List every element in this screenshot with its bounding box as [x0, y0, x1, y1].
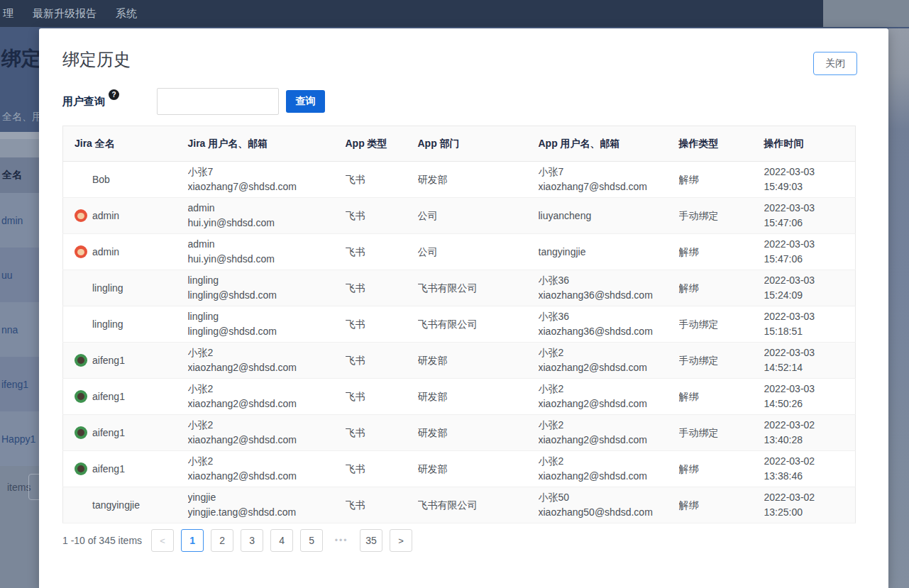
cell-op-time-text: 2022-03-02	[764, 454, 844, 469]
cell-app-user-text: xiaozhang7@shdsd.com	[539, 179, 656, 194]
cell-jira-user-text: lingling	[188, 273, 323, 288]
page-button-5[interactable]: 5	[300, 529, 323, 552]
user-avatar-icon	[75, 426, 87, 439]
jira-fullname-text: aifeng1	[92, 389, 125, 404]
cell-op-type: 解绑	[668, 379, 753, 415]
cell-jira-fullname: aifeng1	[63, 343, 177, 379]
cell-op-time-text: 15:47:06	[764, 252, 844, 267]
cell-op-type: 手动绑定	[668, 343, 753, 379]
cell-app-user: liuyancheng	[527, 198, 668, 234]
top-nav-item[interactable]: 最新升级报告	[33, 7, 97, 21]
cell-jira-fullname: Bob	[63, 162, 177, 198]
cell-app-user: 小张2xiaozhang2@shdsd.com	[527, 379, 668, 415]
cell-op-time-text: 13:40:28	[764, 433, 844, 448]
background-column-header-label: 全名	[0, 169, 22, 182]
cell-app-type-text: 飞书	[346, 353, 395, 368]
cell-jira-user: yingjieyingjie.tang@shdsd.com	[177, 487, 334, 523]
table-row: linglinglinglinglingling@shdsd.com飞书飞书有限…	[63, 270, 856, 306]
background-user-link[interactable]: ifeng1	[0, 379, 28, 390]
background-search-placeholder: 全名、用	[2, 111, 42, 123]
close-button[interactable]: 关闭	[813, 52, 857, 75]
cell-op-type-text: 手动绑定	[679, 426, 742, 440]
prev-page-button[interactable]: <	[151, 529, 174, 552]
top-nav-item[interactable]: 系统	[116, 7, 137, 21]
cell-app-type: 飞书	[334, 270, 407, 306]
cell-app-type: 飞书	[334, 198, 407, 234]
cell-op-type-text: 解绑	[679, 389, 742, 404]
cell-op-time: 2022-03-0315:47:06	[753, 234, 856, 270]
cell-jira-user: linglinglingling@shdsd.com	[177, 306, 334, 343]
cell-app-user-text: xiaozhang36@shdsd.com	[539, 324, 656, 339]
cell-jira-user-text: 小张7	[188, 165, 323, 179]
cell-app-type: 飞书	[334, 234, 407, 270]
cell-app-type-text: 飞书	[346, 317, 395, 332]
cell-jira-user-text: 小张2	[188, 454, 323, 469]
pagination-summary: 1 -10 of 345 items	[62, 535, 142, 546]
cell-app-type-text: 飞书	[346, 498, 395, 513]
user-avatar-icon	[75, 354, 87, 367]
cell-jira-user-text: xiaozhang2@shdsd.com	[188, 469, 323, 484]
cell-jira-user: 小张7xiaozhang7@shdsd.com	[177, 162, 334, 198]
top-nav-item[interactable]: 理	[3, 7, 13, 21]
page-button-2[interactable]: 2	[211, 529, 233, 552]
cell-op-time: 2022-03-0213:40:28	[753, 415, 856, 451]
background-user-link[interactable]: nna	[0, 324, 18, 335]
top-nav-bar: 理最新升级报告系统	[0, 0, 909, 27]
page-button-4[interactable]: 4	[270, 529, 293, 552]
table-row: linglinglinglinglingling@shdsd.com飞书飞书有限…	[63, 306, 856, 343]
cell-app-user-text: tangyingjie	[539, 245, 656, 260]
cell-op-time-text: 2022-03-03	[764, 309, 844, 324]
background-user-link[interactable]: Happy1	[0, 433, 35, 445]
cell-op-type: 手动绑定	[668, 306, 753, 343]
cell-jira-user: 小张2xiaozhang2@shdsd.com	[177, 415, 334, 451]
column-header: 操作时间	[753, 126, 856, 162]
page-button-3[interactable]: 3	[241, 529, 263, 552]
cell-jira-user: 小张2xiaozhang2@shdsd.com	[177, 343, 334, 379]
help-icon[interactable]: ?	[109, 89, 119, 100]
cell-app-dept-text: 飞书有限公司	[418, 281, 516, 296]
user-avatar-icon	[75, 462, 87, 475]
cell-op-type-text: 解绑	[679, 172, 742, 187]
cell-app-dept: 研发部	[407, 343, 527, 379]
background-user-link[interactable]: dmin	[0, 215, 23, 226]
table-row: Bob小张7xiaozhang7@shdsd.com飞书研发部小张7xiaozh…	[63, 162, 856, 198]
cell-jira-user-text: yingjie	[188, 490, 323, 505]
cell-app-user: tangyingjie	[527, 234, 668, 270]
cell-app-dept-text: 飞书有限公司	[418, 317, 516, 332]
cell-op-type: 解绑	[668, 162, 753, 198]
table-row: tangyingjieyingjieyingjie.tang@shdsd.com…	[63, 487, 856, 523]
history-table-wrap: Jira 全名Jira 用户名、邮箱App 类型App 部门App 用户名、邮箱…	[62, 126, 855, 523]
cell-app-dept-text: 研发部	[418, 389, 516, 404]
cell-op-type-text: 解绑	[679, 462, 742, 477]
cell-jira-user-text: xiaozhang2@shdsd.com	[188, 433, 323, 448]
pagination: 1 -10 of 345 items <12345•••35>	[62, 529, 419, 552]
cell-app-type-text: 飞书	[346, 426, 395, 440]
cell-op-time: 2022-03-0315:49:03	[753, 162, 856, 198]
cell-op-time: 2022-03-0314:50:26	[753, 379, 856, 415]
user-avatar-icon	[75, 390, 87, 403]
page-button-1[interactable]: 1	[181, 529, 204, 552]
jira-fullname-text: admin	[92, 209, 119, 223]
cell-app-user-text: 小张36	[539, 273, 656, 288]
search-button[interactable]: 查询	[286, 90, 325, 113]
cell-jira-fullname: aifeng1	[63, 379, 177, 415]
ellipsis-pages-button[interactable]: •••	[330, 529, 353, 552]
cell-app-type: 飞书	[334, 379, 407, 415]
user-search-input[interactable]	[157, 88, 279, 115]
page-button-35[interactable]: 35	[360, 529, 382, 552]
cell-op-type-text: 解绑	[679, 245, 742, 260]
cell-app-dept: 飞书有限公司	[407, 487, 527, 523]
cell-op-time-text: 15:49:03	[764, 179, 844, 194]
cell-op-time: 2022-03-0213:25:00	[753, 487, 856, 523]
cell-jira-user-text: lingling@shdsd.com	[188, 324, 323, 339]
background-user-link[interactable]: uu	[0, 270, 13, 281]
cell-app-type-text: 飞书	[346, 172, 395, 187]
history-table: Jira 全名Jira 用户名、邮箱App 类型App 部门App 用户名、邮箱…	[62, 126, 856, 523]
cell-app-user-text: 小张50	[539, 490, 656, 505]
cell-jira-fullname: admin	[63, 198, 177, 234]
cell-jira-user-text: yingjie.tang@shdsd.com	[188, 505, 323, 520]
next-page-button[interactable]: >	[390, 529, 412, 552]
cell-jira-user-text: 小张2	[188, 345, 323, 360]
cell-app-type: 飞书	[334, 343, 407, 379]
cell-app-user-text: xiaozhang2@shdsd.com	[539, 433, 656, 448]
